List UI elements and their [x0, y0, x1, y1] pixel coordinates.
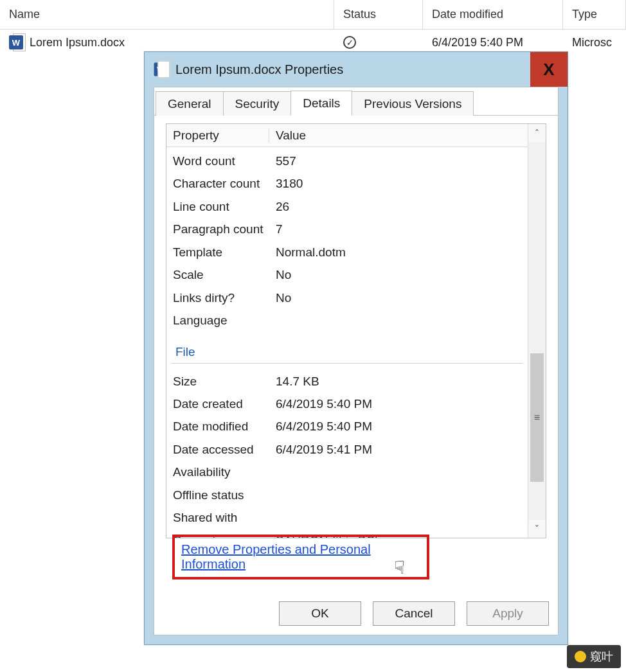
property-row[interactable]: Date created6/4/2019 5:40 PM	[166, 393, 528, 415]
property-name: Availability	[173, 463, 276, 481]
section-file: File	[166, 337, 528, 362]
property-value: 6/4/2019 5:41 PM	[276, 440, 521, 459]
column-header-type[interactable]: Type	[563, 0, 626, 29]
property-row[interactable]: Word count557	[166, 150, 528, 172]
scroll-thumb[interactable]: ≡	[530, 353, 544, 482]
property-name: Scale	[173, 265, 276, 284]
property-row[interactable]: Availability	[166, 461, 528, 483]
file-name: Lorem Ipsum.docx	[30, 36, 125, 49]
scroll-track[interactable]: ≡	[528, 142, 546, 520]
property-value: No	[276, 288, 521, 307]
property-name: Word count	[173, 152, 276, 170]
property-name: Offline status	[173, 486, 276, 504]
cancel-button[interactable]: Cancel	[373, 601, 455, 626]
property-row[interactable]: Line count26	[166, 195, 528, 218]
property-row[interactable]: ScaleNo	[166, 263, 528, 286]
property-name: Shared with	[173, 508, 276, 527]
property-value	[276, 311, 521, 330]
dialog-body: General Security Details Previous Versio…	[154, 87, 559, 635]
apply-button: Apply	[467, 601, 549, 626]
property-value	[276, 463, 521, 481]
property-name: Paragraph count	[173, 220, 276, 238]
details-panel: Property Value Word count557Character co…	[166, 123, 546, 538]
section-divider	[172, 363, 523, 364]
file-date-modified: 6/4/2019 5:40 PM	[423, 36, 563, 49]
property-row[interactable]: Offline status	[166, 484, 528, 506]
details-table: Property Value Word count557Character co…	[166, 124, 528, 538]
property-value: 3180	[276, 174, 521, 193]
ok-button[interactable]: OK	[279, 601, 361, 626]
property-name: Character count	[173, 174, 276, 193]
close-button[interactable]: X	[530, 52, 568, 87]
property-row[interactable]: Character count3180	[166, 172, 528, 195]
scroll-down-button[interactable]: ˅	[528, 520, 546, 538]
tab-strip: General Security Details Previous Versio…	[154, 87, 558, 116]
property-value: 7	[276, 220, 521, 238]
tab-security[interactable]: Security	[223, 91, 292, 116]
remove-properties-link[interactable]: Remove Properties and Personal Informati…	[181, 542, 420, 572]
property-row[interactable]: Paragraph count7	[166, 218, 528, 240]
chevron-up-icon: ˄	[535, 128, 539, 138]
property-name: Date created	[173, 394, 276, 413]
property-value	[276, 486, 521, 504]
property-name: Date modified	[173, 417, 276, 436]
remove-properties-highlight: Remove Properties and Personal Informati…	[172, 535, 429, 579]
property-value	[276, 508, 521, 527]
vertical-scrollbar[interactable]: ˄ ≡ ˅	[528, 124, 546, 538]
property-value: 26	[276, 197, 521, 216]
chevron-down-icon: ˅	[535, 524, 539, 534]
property-row[interactable]: Language	[166, 309, 528, 332]
property-row[interactable]: Shared with	[166, 506, 528, 529]
property-name: Line count	[173, 197, 276, 216]
watermark-text: 窥叶	[590, 649, 613, 664]
word-file-icon	[9, 35, 23, 49]
property-value: 6/4/2019 5:40 PM	[276, 417, 521, 436]
property-value: Normal.dotm	[276, 243, 521, 261]
property-row[interactable]: Size14.7 KB	[166, 370, 528, 393]
tab-general[interactable]: General	[156, 91, 224, 116]
details-header-row: Property Value	[166, 124, 528, 147]
word-file-icon	[154, 63, 168, 76]
property-value: 14.7 KB	[276, 372, 521, 391]
column-header-date[interactable]: Date modified	[423, 0, 563, 29]
explorer-column-headers: Name Status Date modified Type	[0, 0, 626, 30]
header-property[interactable]: Property	[166, 128, 269, 143]
tab-previous-versions[interactable]: Previous Versions	[352, 91, 474, 116]
property-row[interactable]: Links dirty?No	[166, 287, 528, 309]
property-value: 6/4/2019 5:40 PM	[276, 394, 521, 413]
pointer-cursor-icon: ☟	[394, 557, 405, 578]
dialog-button-row: OK Cancel Apply	[279, 601, 549, 626]
property-row[interactable]: Date modified6/4/2019 5:40 PM	[166, 415, 528, 438]
column-header-status[interactable]: Status	[334, 0, 423, 29]
property-name: Date accessed	[173, 440, 276, 459]
watermark-icon	[575, 651, 586, 662]
sync-ok-icon: ✓	[343, 36, 356, 49]
property-name: Template	[173, 243, 276, 261]
watermark: 窥叶	[567, 645, 621, 668]
property-name: Links dirty?	[173, 288, 276, 307]
property-value: 557	[276, 152, 521, 170]
property-row[interactable]: TemplateNormal.dotm	[166, 241, 528, 263]
property-row[interactable]: Date accessed6/4/2019 5:41 PM	[166, 438, 528, 461]
dialog-titlebar[interactable]: Lorem Ipsum.docx Properties X	[145, 52, 568, 87]
property-name: Language	[173, 311, 276, 330]
tab-details[interactable]: Details	[291, 91, 352, 116]
header-value[interactable]: Value	[269, 128, 528, 143]
property-name: Size	[173, 372, 276, 391]
properties-dialog: Lorem Ipsum.docx Properties X General Se…	[144, 51, 568, 645]
scroll-up-button[interactable]: ˄	[528, 124, 546, 142]
property-value: No	[276, 265, 521, 284]
file-type: Microsc	[563, 36, 626, 49]
dialog-title: Lorem Ipsum.docx Properties	[175, 62, 343, 77]
column-header-name[interactable]: Name	[0, 0, 334, 29]
